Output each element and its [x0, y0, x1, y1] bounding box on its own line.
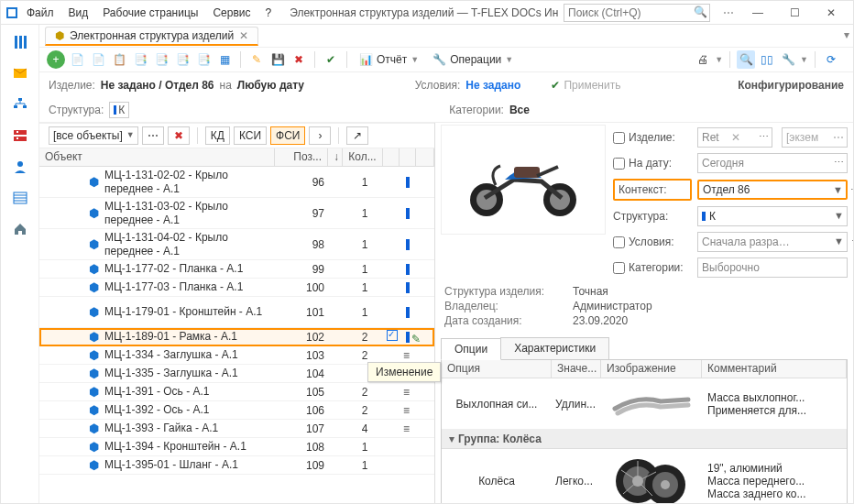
list3-icon[interactable]: 📑: [173, 50, 192, 69]
context-field[interactable]: Отдел 86▼⋯: [697, 180, 848, 200]
sidebar-table-icon[interactable]: [8, 186, 32, 210]
option-row-wheels[interactable]: Колёса Легко... 19", алюминий Масса пере: [442, 449, 847, 504]
menu-file[interactable]: Файл: [19, 6, 61, 19]
add-button[interactable]: +: [47, 50, 65, 69]
tab-options[interactable]: Опции: [441, 338, 501, 360]
rcol-comment[interactable]: Комментарий: [702, 360, 847, 378]
list4-icon[interactable]: 📑: [194, 50, 213, 69]
table-row[interactable]: ⬢МЦ-1-395-01 - Шланг - А.11091: [39, 456, 434, 475]
categories-field[interactable]: Выборочно: [697, 257, 848, 278]
table-row[interactable]: ⬢МЦ-1-394 - Кронштейн - А.11081: [39, 438, 434, 456]
magnify-icon[interactable]: 🔍: [737, 50, 755, 69]
search-input[interactable]: [564, 4, 710, 22]
clipboard-icon[interactable]: 📋: [110, 50, 128, 69]
tab-close-icon[interactable]: ✕: [239, 29, 248, 42]
tab-structure[interactable]: ⬢ Электронная структура изделий ✕: [45, 27, 258, 46]
rcol-image[interactable]: Изображение: [601, 360, 702, 378]
conditions-value[interactable]: Не задано: [465, 79, 520, 92]
clear-filter-icon[interactable]: ✖: [168, 126, 190, 145]
table-row[interactable]: ⬢МЦ-1-392 - Ось - А.11062≡: [39, 401, 434, 420]
doc2-icon[interactable]: 📄: [89, 50, 107, 69]
structure-field[interactable]: К▼: [697, 206, 848, 226]
doc1-icon[interactable]: 📄: [68, 50, 86, 69]
row-qty: 1: [345, 176, 385, 189]
chevron-down-icon[interactable]: ▾: [844, 28, 849, 41]
col-object[interactable]: Объект: [39, 148, 275, 166]
table-row[interactable]: ⬢МЦ-1-391 - Ось - А.11052≡: [39, 383, 434, 401]
objects-combo[interactable]: [все объекты] ▼: [49, 126, 138, 145]
list2-icon[interactable]: 📑: [152, 50, 170, 69]
row-pos: 104: [277, 367, 330, 380]
table-row[interactable]: ⬢МЦ-1-177-03 - Планка - А.11001: [39, 279, 434, 297]
fsi-button[interactable]: ФСИ: [270, 126, 305, 145]
print-icon[interactable]: 🖨: [694, 50, 712, 69]
date-value[interactable]: Любую дату: [237, 79, 304, 92]
col-arrow[interactable]: ↓: [328, 148, 343, 166]
product-checkbox[interactable]: [613, 132, 625, 144]
tab-characteristics[interactable]: Характеристики: [500, 337, 609, 359]
delete-doc-icon[interactable]: ✖: [290, 50, 308, 69]
menu-worksheets[interactable]: Рабочие страницы: [95, 6, 205, 19]
product-field2[interactable]: [экзем⋯: [782, 127, 848, 148]
table-row[interactable]: ⬢МЦ-1-179-01 - Кронштейн - А.11011: [39, 297, 434, 328]
row-name: МЦ-1-395-01 - Шланг - А.1: [104, 458, 238, 472]
sidebar-books-icon[interactable]: [8, 30, 32, 54]
row-qty: 2: [345, 404, 385, 417]
option-row[interactable]: Выхлопная си... Удлин... Масса выхлопног…: [442, 378, 847, 430]
sidebar-mail-icon[interactable]: [8, 61, 32, 85]
kd-button[interactable]: КД: [205, 126, 230, 145]
conditions-checkbox[interactable]: [613, 236, 625, 248]
layout-icon[interactable]: ▯▯: [758, 50, 776, 69]
apply-button[interactable]: ✔ Применить: [544, 76, 627, 94]
ksi-button[interactable]: КСИ: [234, 126, 267, 145]
expand-icon[interactable]: ↗: [346, 126, 368, 145]
table-row[interactable]: ⬢МЦ-1-131-03-02 - Крыло переднее - А.197…: [39, 198, 434, 229]
close-button[interactable]: ✕: [813, 3, 849, 23]
menu-service[interactable]: Сервис: [205, 6, 257, 19]
cube-icon: ⬢: [89, 206, 99, 220]
sidebar-archive-icon[interactable]: [8, 124, 32, 148]
table-row[interactable]: ⬢МЦ-1-177-02 - Планка - А.1991: [39, 260, 434, 279]
maximize-button[interactable]: ☐: [776, 3, 813, 23]
goto-icon[interactable]: ⋯: [142, 126, 164, 145]
group-wheels[interactable]: ▾Группа: Колёса: [442, 430, 847, 449]
row-qty: 1: [345, 207, 385, 220]
save-icon[interactable]: 💾: [268, 50, 287, 69]
scroll-right-icon[interactable]: ›: [309, 126, 331, 145]
col-qty[interactable]: Кол...: [343, 148, 383, 166]
table-row[interactable]: ⬢МЦ-1-131-02-02 - Крыло переднее - А.196…: [39, 167, 434, 198]
sidebar-home-icon[interactable]: [8, 217, 32, 241]
sidebar-org-icon[interactable]: [8, 93, 32, 116]
table-row[interactable]: ⬢МЦ-1-393 - Гайка - А.11074≡: [39, 420, 434, 438]
meta-owner-label: Владелец:: [444, 300, 564, 312]
table-row[interactable]: ⬢МЦ-1-189-01 - Рамка - А.11022: [39, 328, 434, 346]
operations-dropdown[interactable]: 🔧 Операции ▼: [427, 50, 519, 69]
menu-help[interactable]: ?: [258, 6, 279, 19]
product-value[interactable]: Не задано / Отдел 86: [101, 79, 214, 92]
product-field[interactable]: Ret✕⋯: [697, 127, 772, 148]
wrench2-icon[interactable]: 🔧: [779, 50, 797, 69]
check-edit-icon[interactable]: ✔: [322, 50, 340, 69]
sidebar-user-icon[interactable]: [8, 155, 32, 179]
structure-chip[interactable]: К: [109, 102, 129, 118]
refresh-icon[interactable]: ⟳: [822, 50, 840, 69]
date-checkbox[interactable]: [613, 158, 625, 170]
row-name: МЦ-1-391 - Ось - А.1: [104, 385, 210, 399]
col-pos[interactable]: Поз...: [275, 148, 328, 166]
menu-view[interactable]: Вид: [61, 6, 96, 19]
date-field[interactable]: Сегодня⋯: [697, 153, 848, 173]
rcol-option[interactable]: Опция: [442, 360, 552, 378]
categories-value[interactable]: Все: [509, 104, 530, 116]
more-dots[interactable]: ⋯: [717, 6, 739, 19]
conditions-field[interactable]: Сначала разра…▼⋯: [697, 232, 848, 252]
edit-pencil-icon[interactable]: ✎: [411, 333, 421, 345]
table-row[interactable]: ⬢МЦ-1-131-04-02 - Крыло переднее - А.198…: [39, 229, 434, 260]
categories-checkbox[interactable]: [613, 262, 625, 274]
minimize-button[interactable]: —: [739, 3, 776, 23]
pencil-icon[interactable]: ✎: [247, 50, 266, 69]
cad-icon[interactable]: ▦: [215, 50, 234, 69]
report-dropdown[interactable]: 📊 Отчёт ▼: [354, 50, 424, 69]
list-icon[interactable]: 📑: [131, 50, 149, 69]
search-icon[interactable]: 🔍: [694, 5, 707, 18]
rcol-value[interactable]: Значе...: [552, 360, 601, 378]
